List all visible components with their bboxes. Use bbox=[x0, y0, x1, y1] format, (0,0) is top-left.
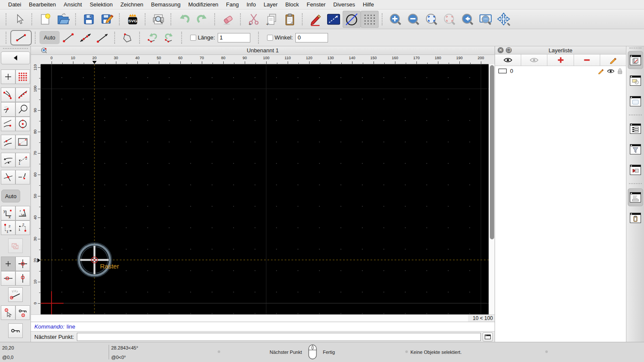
toggle-view-list-button[interactable] bbox=[628, 92, 643, 110]
menu-block[interactable]: Block bbox=[281, 1, 303, 8]
restrict-angle-button[interactable] bbox=[1, 153, 15, 167]
snap-tangent-button[interactable] bbox=[1, 135, 15, 149]
menu-ansicht[interactable]: Ansicht bbox=[60, 1, 86, 8]
restrict-vertical-button[interactable] bbox=[15, 271, 30, 286]
horizontal-scrollbar[interactable]: 10 < 100 bbox=[31, 314, 495, 322]
toggle-clipboard-panel-button[interactable] bbox=[628, 209, 643, 227]
menu-zeichnen[interactable]: Zeichnen bbox=[116, 1, 147, 8]
hide-all-layers-button[interactable] bbox=[521, 54, 547, 66]
menu-info[interactable]: Info bbox=[243, 1, 260, 8]
print-preview-button[interactable] bbox=[149, 11, 167, 28]
copy-button[interactable]: + bbox=[263, 11, 281, 28]
menu-bemassung[interactable]: Bemassung bbox=[147, 1, 185, 8]
snap-intersection-button[interactable] bbox=[1, 170, 15, 184]
snap-auto-mode-button[interactable]: Auto bbox=[1, 190, 20, 202]
layer-visible-eye-icon[interactable] bbox=[607, 69, 614, 74]
collapse-palette-button[interactable] bbox=[1, 51, 30, 64]
menu-datei[interactable]: Datei bbox=[4, 1, 25, 8]
undo-segment-button[interactable] bbox=[144, 30, 161, 45]
line-both-directions-button[interactable] bbox=[77, 30, 94, 45]
layer-lock-icon[interactable] bbox=[617, 68, 623, 74]
menu-diverses[interactable]: Diverses bbox=[329, 1, 359, 8]
undo-button[interactable] bbox=[175, 11, 193, 28]
redo-segment-button[interactable] bbox=[161, 30, 178, 45]
delete-button[interactable] bbox=[219, 11, 237, 28]
restrict-horizontal-button[interactable] bbox=[1, 271, 15, 286]
next-point-input[interactable] bbox=[77, 333, 481, 341]
snap-reference-button[interactable] bbox=[15, 135, 30, 149]
close-polyline-button[interactable] bbox=[119, 30, 136, 45]
snap-intersection-manual-button[interactable] bbox=[15, 170, 30, 184]
toggle-selection-filter-button[interactable] bbox=[628, 140, 643, 158]
zoom-in-button[interactable] bbox=[386, 11, 404, 28]
horizontal-scrollbar-track[interactable] bbox=[31, 315, 468, 322]
line-auto-button[interactable]: Auto bbox=[39, 31, 60, 44]
show-all-layers-button[interactable] bbox=[495, 54, 521, 66]
close-panel-button[interactable]: ✕ bbox=[498, 47, 504, 53]
menu-selektion[interactable]: Selektion bbox=[86, 1, 116, 8]
snap-perpendicular-button[interactable] bbox=[15, 102, 30, 117]
relative-coordinates-button[interactable]: 1 2 bbox=[1, 220, 15, 235]
float-panel-button[interactable]: ❐ bbox=[506, 47, 512, 53]
menu-layer[interactable]: Layer bbox=[260, 1, 282, 8]
vertical-scrollbar-thumb[interactable] bbox=[490, 65, 494, 239]
selection-mode-button[interactable] bbox=[325, 11, 343, 28]
remove-layer-button[interactable] bbox=[574, 54, 600, 66]
laenge-checkbox[interactable] bbox=[190, 35, 196, 41]
angle-dial-button[interactable] bbox=[8, 287, 23, 302]
snap-endpoints-button[interactable] bbox=[1, 87, 15, 102]
menu-modifizieren[interactable]: Modifizieren bbox=[185, 1, 222, 8]
toggle-command-window-button[interactable] bbox=[483, 332, 493, 341]
edit-pencil-icon[interactable] bbox=[598, 68, 604, 74]
document-titlebar[interactable]: Unbenannt 1 bbox=[31, 46, 495, 55]
menu-bearbeiten[interactable]: Bearbeiten bbox=[25, 1, 60, 8]
palette-handle[interactable] bbox=[3, 48, 28, 50]
snap-grid-button[interactable] bbox=[15, 69, 30, 84]
paste-button[interactable] bbox=[281, 11, 299, 28]
snap-on-entity-button[interactable] bbox=[15, 87, 30, 102]
snap-free-button[interactable] bbox=[1, 69, 15, 84]
winkel-checkbox[interactable] bbox=[267, 35, 273, 41]
line-segment-button[interactable] bbox=[60, 30, 77, 45]
restrict-orthogonal-button[interactable] bbox=[15, 256, 30, 271]
menu-hilfe[interactable]: Hilfe bbox=[359, 1, 378, 8]
relative-zero-key-button[interactable] bbox=[8, 323, 23, 338]
toggle-property-editor-button[interactable] bbox=[628, 120, 643, 138]
redo-button[interactable] bbox=[193, 11, 211, 28]
edit-layer-button[interactable] bbox=[600, 54, 626, 66]
toggle-command-line-button[interactable] bbox=[628, 188, 643, 206]
new-document-button[interactable] bbox=[36, 11, 54, 28]
current-tool-line-button[interactable] bbox=[10, 30, 32, 45]
zoom-out-button[interactable] bbox=[404, 11, 422, 28]
add-layer-button[interactable] bbox=[547, 54, 574, 66]
toggle-layer-list-button[interactable] bbox=[628, 51, 643, 69]
draft-mode-button[interactable] bbox=[343, 11, 361, 28]
snap-nearest-button[interactable] bbox=[1, 117, 15, 131]
laenge-input[interactable] bbox=[218, 33, 250, 42]
cut-button[interactable]: + bbox=[245, 11, 263, 28]
cartesian-coordinates-button[interactable]: y x bbox=[1, 206, 15, 220]
edit-drawing-preferences-button[interactable] bbox=[307, 11, 325, 28]
svg-export-button[interactable]: SVG bbox=[124, 11, 142, 28]
restrict-none-button[interactable] bbox=[1, 256, 15, 271]
toolbar-handle[interactable] bbox=[6, 32, 7, 44]
restrict-steps-button[interactable]: 1 2 bbox=[15, 153, 30, 167]
toggle-library-browser-button[interactable] bbox=[628, 161, 643, 179]
zoom-previous-button[interactable] bbox=[459, 11, 477, 28]
zoom-auto-button[interactable] bbox=[422, 11, 440, 28]
lock-relative-zero-button[interactable] bbox=[15, 305, 30, 320]
pointer-button[interactable] bbox=[10, 11, 28, 28]
save-button[interactable] bbox=[80, 11, 98, 28]
pan-button[interactable] bbox=[495, 11, 513, 28]
grid-toggle-button[interactable] bbox=[361, 11, 379, 28]
toggle-block-list-button[interactable] bbox=[628, 72, 643, 90]
layer-row-0[interactable]: 0 bbox=[495, 66, 626, 76]
dock-handle[interactable] bbox=[629, 48, 641, 48]
vertical-scrollbar[interactable] bbox=[489, 64, 495, 314]
toolbar-handle[interactable] bbox=[6, 13, 7, 25]
menu-fenster[interactable]: Fenster bbox=[303, 1, 329, 8]
line-ray-button[interactable] bbox=[94, 30, 111, 45]
set-relative-zero-button[interactable] bbox=[1, 305, 15, 320]
snap-center-button[interactable] bbox=[15, 117, 30, 131]
save-as-button[interactable] bbox=[98, 11, 116, 28]
